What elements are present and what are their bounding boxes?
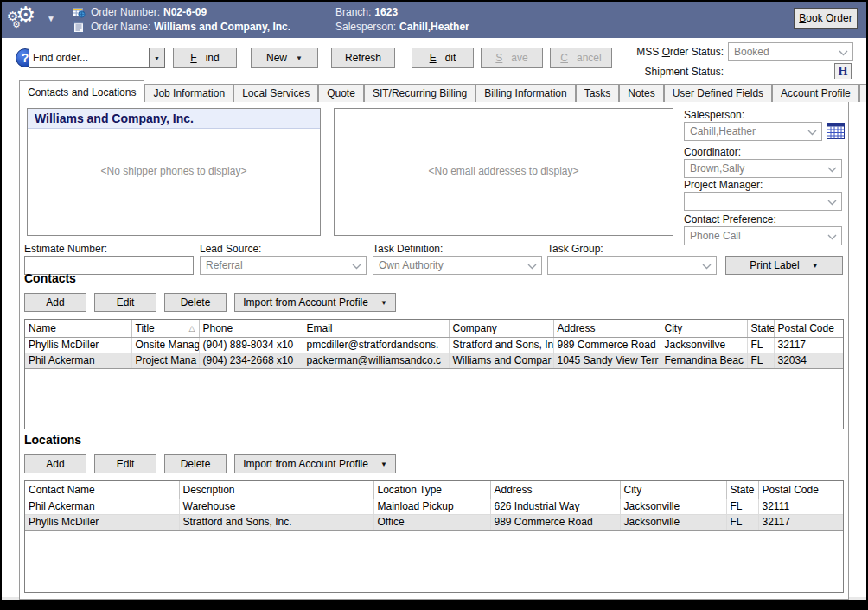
lead-source-select[interactable]: Referral (200, 256, 367, 275)
column-header[interactable]: Title△ (131, 320, 199, 337)
tab-quote[interactable]: Quote (318, 84, 364, 102)
column-header[interactable]: Postal Code (758, 481, 844, 499)
edit-button[interactable]: Edit (412, 48, 474, 68)
column-header[interactable]: Company (449, 320, 553, 337)
table-cell: Mainload Pickup (373, 499, 490, 514)
find-order-combo[interactable]: ▼ (29, 48, 165, 68)
column-header[interactable]: Phone (199, 320, 303, 337)
no-emails-message: <No email addresses to display> (335, 165, 673, 177)
coordinator-select[interactable]: Brown,Sally (684, 159, 842, 178)
task-definition-select[interactable]: Own Authority (373, 256, 542, 275)
locations-delete-button[interactable]: Delete (164, 454, 227, 473)
table-cell: Jacksonvillve (661, 337, 747, 353)
contacts-header-row: NameTitle△PhoneEmailCompanyAddressCitySt… (25, 320, 844, 337)
tab-agents[interactable]: Agents (859, 84, 868, 102)
table-cell: 989 Commerce Road (553, 337, 661, 353)
table-cell: 626 Industrial Way (490, 499, 620, 514)
print-label-button[interactable]: Print Label ▼ (725, 256, 843, 275)
column-header[interactable]: City (620, 481, 726, 499)
tab-local-services[interactable]: Local Services (233, 84, 318, 102)
chevron-down-icon (807, 130, 817, 136)
table-cell: Office (373, 514, 490, 530)
column-header[interactable]: Postal Code (774, 320, 844, 337)
table-cell: 989 Commerce Road (490, 514, 620, 530)
header-field-icons (73, 6, 86, 36)
tab-contacts-and-locations[interactable]: Contacts and Locations (19, 80, 144, 103)
salesperson-select[interactable]: Cahill,Heather (684, 122, 822, 141)
table-cell: 32117 (774, 337, 844, 353)
table-row[interactable]: Phyllis McDillerOnsite Manag(904) 889-80… (25, 337, 844, 353)
salesperson-value: Cahill,Heather (690, 125, 802, 137)
table-cell: Phil Ackerman (25, 499, 179, 514)
column-header[interactable]: Location Type (373, 481, 490, 499)
locations-add-button[interactable]: Add (24, 454, 86, 473)
refresh-button[interactable]: Refresh (331, 48, 395, 68)
tab-billing-information[interactable]: Billing Information (475, 84, 575, 102)
mss-order-status-select[interactable]: Booked (728, 42, 853, 61)
contacts-edit-button[interactable]: Edit (94, 293, 156, 312)
contact-preference-select[interactable]: Phone Call (684, 226, 842, 245)
mss-order-status-label: MSS Order Status: (607, 46, 724, 58)
contacts-and-locations-page: Williams and Company, Inc. <No shipper p… (19, 101, 849, 600)
tab-user-defined-fields[interactable]: User Defined Fields (664, 84, 772, 102)
table-row[interactable]: Phil AckermanWarehouseMainload Pickup626… (25, 499, 844, 514)
app-menu-button[interactable]: ⚙ ⚙ ⚙ (9, 3, 43, 36)
contacts-add-button[interactable]: Add (24, 293, 86, 312)
branch-salesperson: Branch:1623 Salesperson:Cahill,Heather (335, 5, 469, 35)
order-number-value: N02-6-09 (163, 6, 207, 18)
table-row[interactable]: Phil AckermanProject Mana(904) 234-2668 … (25, 353, 844, 368)
column-header[interactable]: Email (303, 320, 449, 337)
task-definition-value: Own Authority (379, 259, 522, 271)
coordinator-label: Coordinator: (684, 146, 741, 158)
chevron-down-icon (827, 234, 837, 240)
column-header[interactable]: Address (553, 320, 661, 337)
column-header[interactable]: Description (179, 481, 373, 499)
contacts-table: NameTitle△PhoneEmailCompanyAddressCitySt… (25, 320, 844, 369)
task-group-select[interactable] (547, 256, 717, 275)
tab-sit-recurring-billing[interactable]: SIT/Recurring Billing (364, 84, 475, 102)
column-header[interactable]: City (661, 320, 747, 337)
column-header[interactable]: Name (25, 320, 131, 337)
tab-job-information[interactable]: Job Information (144, 84, 233, 102)
contacts-grid: NameTitle△PhoneEmailCompanyAddressCitySt… (24, 319, 844, 429)
table-cell: Phil Ackerman (25, 353, 131, 368)
column-header[interactable]: State (726, 481, 758, 499)
locations-header-row: Contact NameDescriptionLocation TypeAddr… (25, 481, 844, 499)
history-button[interactable]: H (834, 63, 852, 79)
find-button[interactable]: Find (173, 48, 237, 68)
locations-import-dropdown-arrow-icon: ▼ (380, 461, 387, 468)
column-header[interactable]: Address (490, 481, 620, 499)
book-order-button[interactable]: Book Order (794, 8, 858, 29)
task-definition-label: Task Definition: (373, 243, 443, 255)
tab-account-profile[interactable]: Account Profile (772, 84, 859, 102)
contacts-delete-button[interactable]: Delete (164, 293, 227, 312)
column-header[interactable]: State (747, 320, 774, 337)
table-cell: 32117 (758, 514, 844, 530)
locations-import-label: Import from Account Profile (243, 458, 368, 470)
tab-notes[interactable]: Notes (619, 84, 663, 102)
table-cell: Onsite Manag (131, 337, 199, 353)
table-cell: Jacksonville (620, 499, 726, 514)
calendar-icon[interactable] (827, 123, 845, 139)
table-cell: Williams and Compar (449, 353, 553, 368)
column-header[interactable]: Contact Name (25, 481, 179, 499)
project-manager-select[interactable] (684, 192, 842, 211)
app-menu-chevron-icon[interactable]: ▼ (47, 14, 55, 23)
chevron-down-icon (827, 167, 837, 173)
find-order-input[interactable] (29, 48, 149, 67)
locations-edit-button[interactable]: Edit (94, 454, 156, 473)
contacts-import-button[interactable]: Import from Account Profile ▼ (234, 293, 396, 312)
find-order-dropdown-button[interactable]: ▼ (149, 48, 164, 67)
contact-preference-label: Contact Preference: (684, 213, 776, 226)
locations-import-button[interactable]: Import from Account Profile ▼ (234, 454, 396, 473)
tab-tasks[interactable]: Tasks (576, 84, 620, 102)
new-button[interactable]: New ▼ (251, 48, 318, 68)
chevron-down-icon (827, 200, 837, 206)
table-row[interactable]: Phyllis McDillerStratford and Sons, Inc.… (25, 514, 844, 530)
chevron-down-icon (352, 264, 361, 270)
contacts-import-dropdown-arrow-icon: ▼ (380, 299, 387, 307)
save-button[interactable]: Save (481, 48, 543, 68)
print-label-dropdown-arrow-icon: ▼ (812, 262, 819, 270)
cancel-button[interactable]: Cancel (550, 48, 612, 68)
toolbar: ? ▼ Find New ▼ Refresh Edit Save Cancel … (2, 38, 866, 79)
